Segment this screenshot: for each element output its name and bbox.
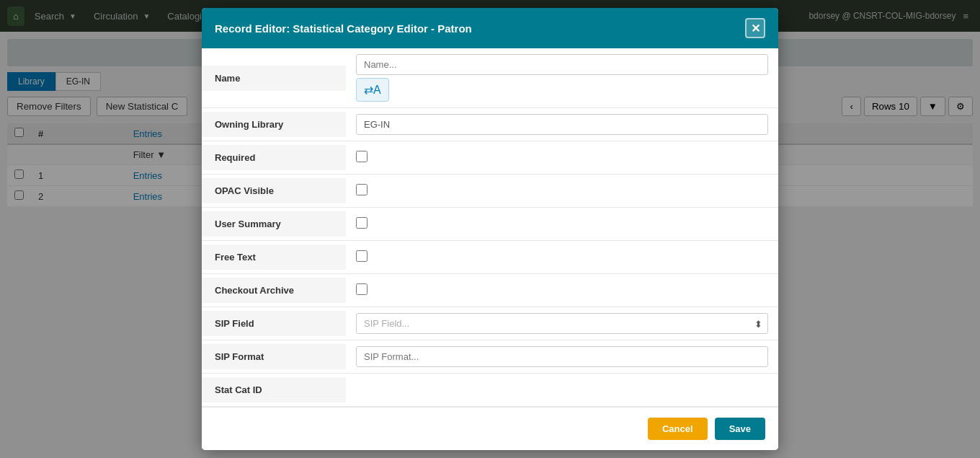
required-label: Required (202, 145, 346, 170)
sip-field-select[interactable]: SIP Field... (356, 313, 768, 334)
opac-visible-checkbox[interactable] (356, 184, 368, 195)
user-summary-control (346, 211, 778, 237)
sip-field-label: SIP Field (202, 311, 346, 336)
stat-cat-id-control (346, 384, 778, 396)
record-editor-modal: Record Editor: Statistical Category Edit… (202, 8, 778, 450)
modal-close-button[interactable]: ✕ (745, 18, 765, 38)
free-text-checkbox[interactable] (356, 250, 368, 262)
modal-header: Record Editor: Statistical Category Edit… (202, 8, 778, 48)
owning-library-input[interactable] (356, 114, 768, 135)
sip-format-label: SIP Format (202, 344, 346, 369)
checkout-archive-label: Checkout Archive (202, 278, 346, 303)
owning-library-control (346, 108, 778, 141)
name-input[interactable] (356, 54, 768, 75)
stat-cat-id-row: Stat Cat ID (202, 374, 778, 407)
owning-library-row: Owning Library (202, 108, 778, 141)
cancel-button[interactable]: Cancel (648, 418, 708, 440)
modal-body: Name ⇄A Owning Library Required (202, 48, 778, 407)
checkout-archive-checkbox[interactable] (356, 283, 368, 295)
user-summary-label: User Summary (202, 211, 346, 237)
stat-cat-id-label: Stat Cat ID (202, 377, 346, 402)
free-text-control (346, 245, 778, 270)
checkout-archive-row: Checkout Archive (202, 274, 778, 307)
name-field-row: Name ⇄A (202, 48, 778, 108)
sip-format-input[interactable] (356, 346, 768, 367)
opac-visible-control (346, 178, 778, 203)
opac-visible-label: OPAC Visible (202, 178, 346, 203)
required-control (346, 145, 778, 170)
sip-field-select-wrapper: SIP Field... (356, 313, 768, 334)
modal-footer: Cancel Save (202, 407, 778, 450)
save-button[interactable]: Save (715, 418, 765, 440)
free-text-label: Free Text (202, 245, 346, 270)
sip-format-control (346, 340, 778, 373)
sip-field-row: SIP Field SIP Field... (202, 307, 778, 340)
free-text-row: Free Text (202, 241, 778, 274)
translate-icon: ⇄A (364, 84, 381, 96)
opac-visible-row: OPAC Visible (202, 175, 778, 208)
user-summary-row: User Summary (202, 208, 778, 241)
required-checkbox[interactable] (356, 151, 368, 162)
required-row: Required (202, 141, 778, 175)
translate-button[interactable]: ⇄A (356, 78, 389, 102)
sip-field-control: SIP Field... (346, 307, 778, 340)
sip-format-row: SIP Format (202, 340, 778, 374)
modal-title: Record Editor: Statistical Category Edit… (215, 22, 472, 35)
name-control: ⇄A (346, 48, 778, 107)
owning-library-label: Owning Library (202, 112, 346, 137)
checkout-archive-control (346, 278, 778, 303)
user-summary-checkbox[interactable] (356, 217, 368, 229)
name-label: Name (202, 66, 346, 91)
modal-overlay: Record Editor: Statistical Category Edit… (0, 0, 980, 458)
